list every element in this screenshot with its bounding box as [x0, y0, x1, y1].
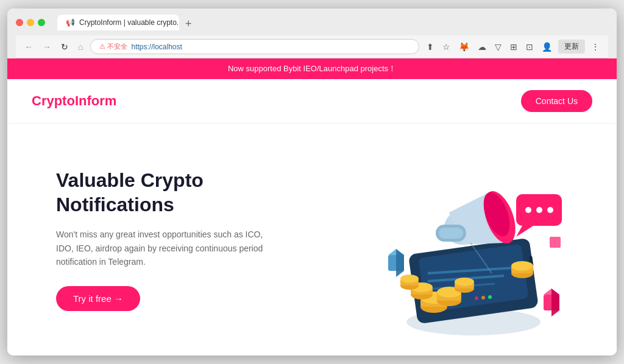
- maximize-window-button[interactable]: [38, 19, 45, 26]
- refresh-label-button[interactable]: 更新: [558, 40, 585, 54]
- website-content: Now supported Bybit IEO/Launchpad projec…: [7, 58, 617, 355]
- svg-point-38: [511, 261, 533, 271]
- tab-favicon: 📢: [66, 18, 74, 27]
- active-tab[interactable]: 📢 CryptoInform | valuable crypto... ✕: [57, 15, 179, 30]
- contact-us-button[interactable]: Contact Us: [521, 90, 592, 112]
- svg-marker-17: [516, 226, 533, 237]
- address-bar[interactable]: ⚠ 不安全 https://localhost: [90, 39, 419, 54]
- traffic-lights: [16, 19, 45, 26]
- announcement-bar: Now supported Bybit IEO/Launchpad projec…: [7, 58, 617, 79]
- extension-fox-button[interactable]: 🦊: [456, 41, 472, 53]
- svg-point-7: [481, 296, 485, 299]
- security-warning: ⚠ 不安全: [99, 42, 127, 51]
- svg-rect-14: [439, 228, 463, 239]
- share-button[interactable]: ⬆: [424, 41, 436, 53]
- new-tab-button[interactable]: +: [182, 18, 196, 29]
- hero-description: Won't miss any great invest opportunitie…: [56, 228, 275, 268]
- svg-point-20: [547, 207, 553, 213]
- address-bar-row: ← → ↻ ⌂ ⚠ 不安全 https://localhost ⬆ ☆ 🦊 ☁ …: [16, 35, 608, 58]
- browser-titlebar: 📢 CryptoInform | valuable crypto... ✕ + …: [7, 9, 617, 58]
- svg-point-18: [525, 207, 531, 213]
- site-logo: CryptoInform: [32, 93, 116, 109]
- back-button[interactable]: ←: [22, 41, 35, 53]
- try-it-free-button[interactable]: Try it free →: [56, 286, 140, 311]
- svg-marker-41: [396, 249, 404, 277]
- hero-section: Valuable Crypto Notifications Won't miss…: [7, 124, 617, 355]
- hero-svg-illustration: [327, 142, 583, 337]
- hero-title: Valuable Crypto Notifications: [56, 168, 318, 217]
- site-header: CryptoInform Contact Us: [7, 79, 617, 124]
- svg-point-6: [475, 296, 478, 300]
- hero-content: Valuable Crypto Notifications Won't miss…: [56, 168, 318, 310]
- svg-point-19: [536, 207, 542, 213]
- svg-point-8: [488, 295, 492, 299]
- tab-bar: 📢 CryptoInform | valuable crypto... ✕ +: [57, 15, 608, 30]
- browser-window: 📢 CryptoInform | valuable crypto... ✕ + …: [7, 9, 617, 355]
- bookmark-button[interactable]: ☆: [440, 41, 453, 53]
- home-button[interactable]: ⌂: [76, 41, 85, 53]
- announcement-text: Now supported Bybit IEO/Launchpad projec…: [228, 64, 396, 73]
- address-text: https://localhost: [131, 43, 182, 51]
- svg-point-35: [400, 275, 419, 283]
- cloud-button[interactable]: ☁: [475, 41, 489, 53]
- hero-illustration: [318, 142, 592, 337]
- svg-rect-45: [550, 237, 561, 248]
- minimize-window-button[interactable]: [27, 19, 34, 26]
- reload-button[interactable]: ↻: [58, 41, 71, 53]
- forward-button[interactable]: →: [40, 41, 54, 53]
- menu-button[interactable]: ⋮: [589, 41, 602, 53]
- svg-marker-44: [551, 289, 559, 317]
- tab-grid-button[interactable]: ⊡: [523, 41, 536, 53]
- profile-button[interactable]: 👤: [539, 41, 555, 53]
- tab-title: CryptoInform | valuable crypto...: [79, 18, 179, 27]
- puzzle-button[interactable]: ⊞: [508, 41, 520, 53]
- browser-controls: 📢 CryptoInform | valuable crypto... ✕ +: [16, 15, 608, 30]
- vpn-button[interactable]: ▽: [492, 41, 504, 53]
- browser-actions: ⬆ ☆ 🦊 ☁ ▽ ⊞ ⊡ 👤 更新 ⋮: [424, 40, 602, 54]
- svg-point-32: [455, 278, 474, 286]
- close-window-button[interactable]: [16, 19, 23, 26]
